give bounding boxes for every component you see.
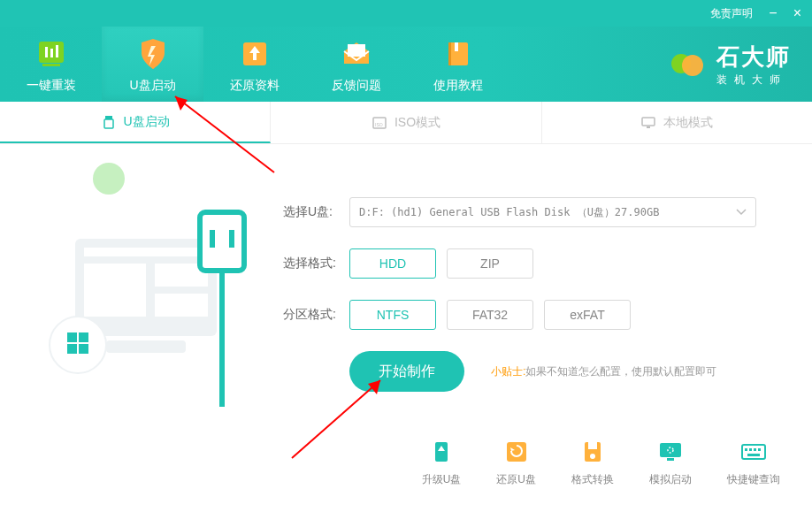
svg-point-11 — [682, 55, 703, 76]
minimize-button[interactable]: − — [769, 5, 777, 21]
disk-row: 选择U盘: D:F: (hd1) General USB Flash Disk … — [283, 197, 777, 227]
svg-rect-27 — [745, 448, 747, 451]
format-row: 选择格式: HDD ZIP — [283, 248, 777, 279]
svg-rect-26 — [742, 445, 765, 459]
svg-text:ISO: ISO — [375, 122, 383, 127]
nav-reinstall[interactable]: 一键重装 — [0, 27, 102, 102]
main-panel: 选择U盘: D:F: (hd1) General USB Flash Disk … — [0, 144, 812, 512]
action-row: 开始制作 小贴士:如果不知道怎么配置，使用默认配置即可 — [283, 351, 777, 392]
disclaimer-link[interactable]: 免责声明 — [710, 6, 753, 21]
format-label: 选择格式: — [283, 256, 349, 271]
iso-icon: ISO — [372, 115, 387, 131]
nav-label: U盘启动 — [129, 78, 175, 94]
svg-rect-28 — [749, 448, 752, 451]
restore-icon — [502, 437, 532, 467]
brand-title: 石大师 — [716, 42, 791, 73]
fs-fat32-button[interactable]: FAT32 — [447, 300, 533, 330]
usb-up-icon — [426, 437, 456, 467]
mode-tabs: U盘启动 ISO ISO模式 本地模式 — [0, 102, 812, 144]
start-button[interactable]: 开始制作 — [349, 351, 464, 392]
fs-ntfs-button[interactable]: NTFS — [349, 300, 436, 330]
svg-rect-30 — [758, 448, 761, 451]
svg-point-22 — [590, 454, 595, 459]
tool-label: 还原U盘 — [496, 472, 536, 487]
disk-icon — [578, 437, 608, 467]
svg-rect-2 — [50, 49, 53, 57]
tip-text: 如果不知道怎么配置，使用默认配置即可 — [525, 365, 716, 378]
logo-icon — [669, 46, 706, 83]
titlebar: 免责声明 − × — [0, 0, 812, 27]
nav-tutorial[interactable]: 使用教程 — [407, 27, 509, 102]
keyboard-icon — [739, 437, 769, 467]
svg-rect-17 — [647, 126, 650, 128]
envelope-icon — [338, 35, 375, 73]
tool-simulate-boot[interactable]: 模拟启动 — [649, 437, 692, 487]
tab-label: ISO模式 — [395, 115, 440, 131]
brand-subtitle: 装机大师 — [716, 73, 791, 88]
tab-label: U盘启动 — [124, 114, 170, 130]
svg-rect-29 — [754, 448, 756, 451]
svg-rect-1 — [45, 47, 48, 57]
disk-label: 选择U盘: — [283, 204, 349, 220]
svg-rect-8 — [448, 42, 451, 65]
tool-upgrade-usb[interactable]: 升级U盘 — [422, 437, 462, 487]
usb-icon — [101, 114, 117, 130]
usb-shield-icon — [134, 35, 172, 73]
svg-rect-25 — [667, 458, 674, 461]
fs-exfat-button[interactable]: exFAT — [544, 300, 631, 330]
tab-iso-mode[interactable]: ISO ISO模式 — [271, 102, 541, 143]
svg-rect-3 — [56, 45, 58, 57]
tool-format-convert[interactable]: 格式转换 — [571, 437, 614, 487]
disk-select[interactable]: D:F: (hd1) General USB Flash Disk （U盘）27… — [349, 197, 756, 227]
disk-select-value: D:F: (hd1) General USB Flash Disk （U盘）27… — [359, 205, 659, 220]
reinstall-icon — [33, 35, 70, 73]
fs-row: 分区格式: NTFS FAT32 exFAT — [283, 300, 777, 330]
svg-rect-13 — [104, 119, 113, 128]
format-zip-button[interactable]: ZIP — [447, 248, 533, 279]
top-nav: 一键重装 U盘启动 还原资料 反馈问题 使用教程 石大师 装机大师 — [0, 27, 812, 102]
tab-label: 本地模式 — [663, 115, 713, 131]
nav-label: 使用教程 — [433, 78, 483, 94]
nav-feedback[interactable]: 反馈问题 — [305, 27, 407, 102]
svg-rect-18 — [435, 442, 448, 462]
book-icon — [440, 35, 477, 73]
close-button[interactable]: × — [793, 5, 801, 21]
nav-label: 反馈问题 — [332, 78, 381, 94]
svg-rect-9 — [455, 42, 458, 51]
fs-label: 分区格式: — [283, 307, 349, 323]
tool-restore-usb[interactable]: 还原U盘 — [496, 437, 536, 487]
nav-usb-boot[interactable]: U盘启动 — [102, 27, 203, 102]
brand-area: 石大师 装机大师 — [669, 27, 812, 102]
svg-rect-16 — [642, 118, 655, 126]
tool-label: 快捷键查询 — [727, 472, 780, 487]
tip-label: 小贴士: — [491, 365, 525, 378]
tool-label: 格式转换 — [571, 472, 614, 487]
svg-rect-23 — [660, 443, 681, 457]
nav-label: 还原资料 — [230, 78, 280, 94]
tab-usb-boot[interactable]: U盘启动 — [0, 102, 271, 143]
tip-text-wrap: 小贴士:如果不知道怎么配置，使用默认配置即可 — [491, 364, 716, 379]
tool-label: 升级U盘 — [422, 472, 462, 487]
bottom-tools: 升级U盘 还原U盘 格式转换 模拟启动 快捷键查询 — [422, 437, 780, 487]
svg-rect-4 — [42, 64, 60, 66]
svg-rect-6 — [348, 44, 365, 57]
tab-local-mode[interactable]: 本地模式 — [542, 102, 812, 143]
nav-label: 一键重装 — [27, 78, 76, 94]
upload-icon — [236, 35, 273, 73]
tool-hotkey-query[interactable]: 快捷键查询 — [727, 437, 780, 487]
svg-rect-31 — [747, 454, 760, 456]
monitor-icon — [655, 437, 686, 467]
tool-label: 模拟启动 — [649, 472, 692, 487]
chevron-down-icon — [736, 209, 747, 216]
monitor-icon — [640, 115, 656, 131]
svg-rect-21 — [588, 442, 597, 449]
format-hdd-button[interactable]: HDD — [349, 248, 436, 279]
nav-restore[interactable]: 还原资料 — [203, 27, 305, 102]
